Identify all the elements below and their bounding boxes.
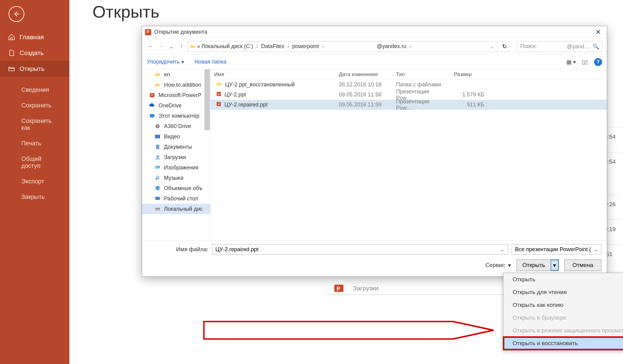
- music-icon: [154, 175, 161, 181]
- svg-rect-9: [155, 135, 156, 138]
- folder-icon: [154, 71, 161, 78]
- drive-icon: [154, 206, 161, 212]
- sidebar-item-create[interactable]: Создать: [0, 45, 69, 61]
- cancel-button[interactable]: Отмена: [564, 259, 601, 271]
- tools-button[interactable]: Сервис▾: [485, 262, 511, 269]
- sidebar-item-save[interactable]: Сохранить: [0, 98, 69, 113]
- tree-node[interactable]: Изображения: [142, 162, 210, 173]
- svg-text:P: P: [218, 93, 220, 96]
- tree-node[interactable]: Документы: [142, 142, 210, 152]
- sidebar-label: Главная: [19, 33, 44, 41]
- sidebar-item-info[interactable]: Сведения: [0, 82, 69, 98]
- menu-item[interactable]: Открыть: [503, 273, 623, 286]
- tree-node[interactable]: A360 Drive: [142, 121, 210, 131]
- file-list: Имя Дата изменения Тип Размер ЦУ-2.ppt_в…: [211, 69, 607, 240]
- img-icon: [154, 164, 161, 171]
- disk-icon: [154, 123, 161, 130]
- svg-rect-10: [159, 135, 160, 138]
- svg-rect-11: [155, 158, 159, 159]
- sidebar-item-export[interactable]: Экспорт: [0, 174, 69, 189]
- menu-item[interactable]: Открыть и восстановить: [503, 337, 623, 350]
- tree-node[interactable]: Рабочий стол: [142, 193, 210, 204]
- dl-icon: [154, 154, 161, 161]
- back-button[interactable]: [9, 6, 24, 22]
- red-arrow-icon: [203, 321, 495, 340]
- col-size[interactable]: Размер: [450, 71, 487, 78]
- folder-icon: [216, 81, 222, 88]
- view-mode-button[interactable]: ▦ ▾: [566, 59, 576, 65]
- nav-recent-button[interactable]: ⌄: [167, 42, 176, 51]
- tree-node[interactable]: Загрузки: [142, 152, 210, 162]
- ppt-icon: P: [216, 101, 221, 108]
- home-icon: [8, 33, 15, 41]
- open-dropdown-button[interactable]: ▾: [551, 260, 559, 271]
- tree-node[interactable]: Локальный дис: [142, 204, 210, 214]
- sidebar-label: Открыть: [19, 65, 44, 72]
- app-root: Главная Создать Открыть Сведения Сохрани…: [0, 0, 623, 364]
- dialog-nav-bar: ← → ⌄ ↑ « Локальный диск (C:)› DataFiles…: [142, 38, 607, 55]
- svg-point-13: [156, 167, 157, 168]
- video-icon: [154, 133, 161, 140]
- svg-rect-5: [151, 117, 153, 118]
- arrow-left-icon: [12, 10, 20, 18]
- organize-button[interactable]: Упорядочить▾: [147, 59, 184, 65]
- pp-icon: P: [149, 92, 155, 99]
- folder-open-icon: [8, 65, 15, 72]
- tree-node[interactable]: en: [142, 69, 210, 80]
- tree-node[interactable]: Музыка: [142, 173, 210, 183]
- tree-node[interactable]: Этот компьютер: [142, 111, 210, 121]
- tree-node[interactable]: OneDrive: [142, 100, 210, 111]
- help-icon[interactable]: ?: [594, 58, 602, 66]
- dialog-toolbar: Упорядочить▾ Новая папка ▦ ▾ ▯▯ ?: [142, 55, 607, 69]
- col-name[interactable]: Имя: [211, 71, 335, 78]
- close-button[interactable]: ✕: [592, 28, 604, 36]
- tree-node[interactable]: Видео: [142, 131, 210, 142]
- sidebar-item-close[interactable]: Закрыть: [0, 189, 69, 205]
- menu-item[interactable]: Открыть как копию: [503, 299, 623, 311]
- powerpoint-icon: [145, 29, 151, 35]
- filename-input[interactable]: ЦУ-2.repaired.ppt⌄: [212, 244, 508, 255]
- svg-rect-16: [155, 208, 160, 209]
- breadcrumb[interactable]: « Локальный диск (C:)› DataFiles› powerp…: [188, 41, 498, 52]
- file-icon: [8, 49, 15, 57]
- refresh-button[interactable]: ↻: [500, 41, 510, 52]
- svg-text:P: P: [218, 103, 220, 106]
- folder-icon: [154, 81, 161, 88]
- sidebar-item-print[interactable]: Печать: [0, 136, 69, 151]
- preview-pane-button[interactable]: ▯▯: [582, 59, 588, 65]
- sidebar-item-open[interactable]: Открыть: [0, 61, 69, 77]
- chevron-down-icon[interactable]: ⌄: [488, 43, 496, 50]
- nav-forward-button[interactable]: →: [157, 42, 165, 51]
- filename-label: Имя файла:: [148, 246, 208, 253]
- search-input[interactable]: Поиск: @yand… 🔍: [517, 41, 603, 52]
- tree-node[interactable]: PMicrosoft PowerP: [142, 90, 210, 100]
- file-row[interactable]: PЦУ-2.repaired.ppt 09.05.2016 11:59 През…: [211, 100, 607, 110]
- sidebar-item-saveas[interactable]: Сохранить как: [0, 113, 69, 136]
- file-filter[interactable]: Все презентации PowerPoint (⌄: [512, 244, 601, 255]
- pc-icon: [149, 113, 155, 119]
- sidebar-item-home[interactable]: Главная: [0, 29, 69, 45]
- doc-icon: [154, 144, 161, 150]
- cube-icon: [154, 185, 161, 192]
- bg-downloads[interactable]: P Загрузки: [333, 283, 379, 294]
- new-folder-button[interactable]: Новая папка: [194, 59, 226, 65]
- sidebar-label: Создать: [19, 49, 44, 57]
- col-date[interactable]: Дата изменения: [335, 71, 392, 78]
- menu-item: Открыть в браузере: [503, 311, 623, 324]
- svg-text:P: P: [337, 286, 340, 292]
- tree-node[interactable]: Объемные объ: [142, 183, 210, 193]
- open-dropdown-menu: ОткрытьОткрыть для чтенияОткрыть как коп…: [503, 273, 623, 350]
- desk-icon: [154, 195, 161, 202]
- scrollbar-thumb[interactable]: [204, 69, 210, 130]
- nav-up-button[interactable]: ↑: [177, 42, 186, 51]
- dialog-titlebar: Открытие документа ✕: [142, 26, 607, 38]
- menu-item[interactable]: Открыть для чтения: [503, 286, 623, 299]
- folder-tree[interactable]: enHow.to.additionPMicrosoft PowerPOneDri…: [142, 69, 211, 240]
- tree-node[interactable]: How.to.addition: [142, 80, 210, 90]
- main-area: Открыть Дата изменения яется при наведен…: [69, 0, 623, 364]
- open-button[interactable]: Открыть ▾: [517, 259, 559, 271]
- sidebar-item-share[interactable]: Общий доступ: [0, 151, 69, 174]
- open-file-dialog: Открытие документа ✕ ← → ⌄ ↑ « Локальный…: [142, 26, 607, 277]
- nav-back-button[interactable]: ←: [146, 42, 155, 51]
- col-type[interactable]: Тип: [392, 71, 450, 78]
